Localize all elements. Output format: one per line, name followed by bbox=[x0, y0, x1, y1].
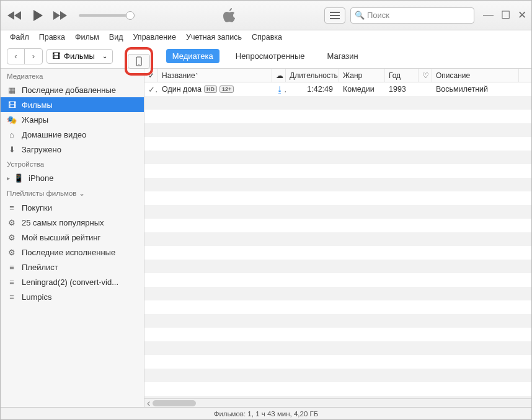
download-icon: ⬇ bbox=[7, 145, 17, 154]
sidebar-item-label: Lumpics bbox=[22, 292, 51, 302]
sidebar-item[interactable]: ≡Lumpics bbox=[1, 289, 144, 304]
apple-logo-icon bbox=[135, 7, 324, 24]
sidebar-item-label: Последние добавленные bbox=[22, 85, 116, 95]
sidebar-item[interactable]: ▸📱iPhone bbox=[1, 170, 144, 185]
col-heart[interactable]: ♡ bbox=[419, 69, 432, 82]
sidebar-item-label: Покупки bbox=[22, 203, 52, 212]
scrollbar-thumb[interactable] bbox=[153, 400, 196, 406]
svg-point-1 bbox=[138, 64, 140, 65]
sidebar-item-label: Загружено bbox=[22, 145, 61, 154]
secondary-toolbar: ‹ › 🎞 Фильмы ⌄ Медиатека Непросмотренные… bbox=[1, 44, 531, 69]
list-icon: ≡ bbox=[7, 278, 17, 287]
menu-account[interactable]: Учетная запись bbox=[182, 32, 246, 43]
sidebar-item[interactable]: ⚙25 самых популярных bbox=[1, 215, 144, 230]
menu-file[interactable]: Файл bbox=[6, 32, 33, 43]
device-button-highlight bbox=[125, 47, 153, 76]
film-icon: 🎞 bbox=[52, 51, 60, 61]
volume-knob[interactable] bbox=[126, 11, 135, 20]
nav-back-button[interactable]: ‹ bbox=[7, 49, 25, 64]
search-input[interactable]: 🔍 Поиск bbox=[350, 7, 474, 24]
sidebar-item-label: Жанры bbox=[22, 115, 48, 125]
category-label: Фильмы bbox=[64, 51, 95, 61]
col-year[interactable]: Год bbox=[385, 69, 419, 82]
maximize-button[interactable]: ☐ bbox=[501, 9, 510, 22]
col-genre[interactable]: Жанр bbox=[339, 69, 385, 82]
nav-forward-button[interactable]: › bbox=[25, 49, 42, 64]
sidebar-item-label: Последние исполненные bbox=[22, 248, 115, 257]
list-icon: ≡ bbox=[7, 292, 17, 302]
menu-bar: Файл Правка Фильм Вид Управление Учетная… bbox=[1, 30, 531, 44]
sidebar: Медиатека▦Последние добавленные🎞Фильмы🎭Ж… bbox=[1, 69, 144, 407]
category-dropdown[interactable]: 🎞 Фильмы ⌄ bbox=[47, 49, 113, 64]
sidebar-item-label: Leningrad(2) (convert-vid... bbox=[22, 278, 118, 287]
sidebar-item[interactable]: ⚙Мой высший рейтинг bbox=[1, 230, 144, 245]
nav-back-forward[interactable]: ‹ › bbox=[7, 48, 43, 64]
chevron-down-icon: ⌄ bbox=[102, 53, 107, 59]
menu-controls[interactable]: Управление bbox=[128, 32, 180, 43]
col-name[interactable]: Название ˄ bbox=[158, 69, 272, 82]
play-button[interactable] bbox=[27, 7, 48, 24]
sidebar-item[interactable]: ≡Покупки bbox=[1, 200, 144, 215]
list-icon: ≡ bbox=[7, 263, 17, 272]
sidebar-item-label: Домашние видео bbox=[22, 130, 86, 139]
sidebar-section-header: Устройства bbox=[1, 157, 144, 170]
minimize-button[interactable]: — bbox=[483, 9, 494, 22]
close-button[interactable]: ✕ bbox=[518, 9, 526, 22]
grid-icon: ▦ bbox=[7, 85, 17, 95]
col-desc[interactable]: Описание bbox=[432, 69, 519, 82]
playback-bar: 🔍 Поиск — ☐ ✕ bbox=[1, 1, 531, 30]
table-header: ✓Название ˄☁ДлительностьЖанрГод♡Описание bbox=[144, 69, 531, 82]
tab-store[interactable]: Магазин bbox=[321, 49, 365, 63]
sidebar-item[interactable]: ⌂Домашние видео bbox=[1, 127, 144, 142]
content-area: ✓Название ˄☁ДлительностьЖанрГод♡Описание… bbox=[144, 69, 531, 407]
list-view-button[interactable] bbox=[324, 7, 345, 24]
search-icon: 🔍 bbox=[355, 11, 365, 20]
menu-edit[interactable]: Правка bbox=[35, 32, 69, 43]
sidebar-item-label: Фильмы bbox=[22, 100, 53, 110]
rewind-button[interactable] bbox=[6, 7, 23, 24]
table-body: ✓Один домаHD12+⭳☁1:42:49Комедии1993Восьм… bbox=[144, 82, 531, 398]
sidebar-item-label: Плейлист bbox=[22, 263, 58, 272]
sidebar-item[interactable]: ⚙Последние исполненные bbox=[1, 245, 144, 260]
sidebar-item-label: Мой высший рейтинг bbox=[22, 233, 100, 242]
gear-icon: ⚙ bbox=[7, 218, 17, 227]
search-placeholder: Поиск bbox=[367, 11, 389, 20]
menu-movie[interactable]: Фильм bbox=[71, 32, 104, 43]
sidebar-item[interactable]: ≡Leningrad(2) (convert-vid... bbox=[1, 274, 144, 289]
gear-icon: ⚙ bbox=[7, 233, 17, 242]
status-bar: Фильмов: 1, 1 ч 43 мин, 4,20 ГБ bbox=[1, 407, 531, 419]
col-cloud[interactable]: ☁ bbox=[272, 69, 286, 82]
forward-button[interactable] bbox=[51, 7, 69, 24]
download-cloud-icon[interactable]: ⭳☁ bbox=[276, 85, 286, 94]
sidebar-item[interactable]: ⬇Загружено bbox=[1, 142, 144, 157]
sidebar-item-label: 25 самых популярных bbox=[22, 218, 104, 227]
masks-icon: 🎭 bbox=[7, 115, 17, 125]
gear-icon: ⚙ bbox=[7, 248, 17, 257]
list-icon: ≡ bbox=[7, 203, 17, 212]
sidebar-item[interactable]: ≡Плейлист bbox=[1, 260, 144, 274]
sidebar-item-label: iPhone bbox=[29, 173, 53, 183]
menu-help[interactable]: Справка bbox=[247, 32, 286, 43]
status-text: Фильмов: 1, 1 ч 43 мин, 4,20 ГБ bbox=[214, 410, 319, 418]
device-iphone-button[interactable] bbox=[128, 54, 150, 69]
phone-icon: 📱 bbox=[14, 173, 24, 183]
horizontal-scrollbar[interactable]: ‹ bbox=[144, 398, 531, 407]
sidebar-item[interactable]: ▦Последние добавленные bbox=[1, 82, 144, 97]
film-icon: 🎞 bbox=[7, 100, 17, 110]
sidebar-section-header: Плейлисты фильмов ⌄ bbox=[1, 185, 144, 200]
sidebar-item[interactable]: 🎞Фильмы bbox=[1, 97, 144, 112]
sidebar-section-header: Медиатека bbox=[1, 69, 144, 82]
volume-slider[interactable] bbox=[79, 14, 135, 17]
phone-icon bbox=[136, 56, 142, 66]
tab-library[interactable]: Медиатека bbox=[166, 49, 219, 63]
home-icon: ⌂ bbox=[7, 130, 17, 139]
col-dur[interactable]: Длительность bbox=[286, 69, 339, 82]
sidebar-item[interactable]: 🎭Жанры bbox=[1, 112, 144, 127]
table-row[interactable]: ✓Один домаHD12+⭳☁1:42:49Комедии1993Восьм… bbox=[144, 82, 531, 96]
menu-view[interactable]: Вид bbox=[105, 32, 128, 43]
tab-unwatched[interactable]: Непросмотренные bbox=[229, 49, 311, 63]
